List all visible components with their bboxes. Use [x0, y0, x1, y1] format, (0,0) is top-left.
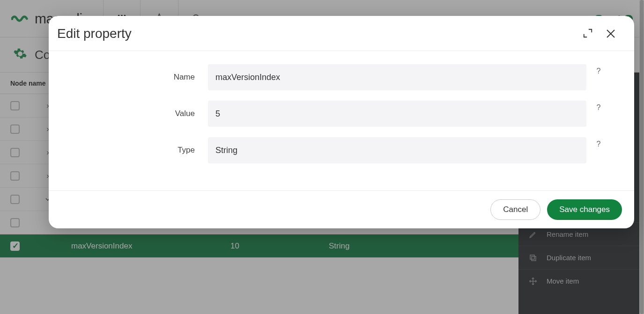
value-label: Value [72, 109, 208, 118]
edit-property-dialog: Edit property Name ? Value ? Type ? Can [49, 16, 634, 228]
field-row-name: Name ? [72, 64, 611, 90]
dialog-footer: Cancel Save changes [49, 190, 634, 228]
type-input[interactable] [208, 137, 586, 163]
field-row-value: Value ? [72, 101, 611, 127]
expand-dialog-button[interactable] [581, 26, 595, 41]
help-icon[interactable]: ? [586, 101, 611, 112]
save-changes-button[interactable]: Save changes [547, 199, 622, 220]
expand-icon [583, 28, 593, 38]
name-input[interactable] [208, 64, 586, 90]
dialog-header: Edit property [49, 16, 634, 51]
cancel-button[interactable]: Cancel [490, 199, 540, 220]
close-dialog-button[interactable] [603, 26, 618, 41]
help-icon[interactable]: ? [586, 64, 611, 75]
name-label: Name [72, 73, 208, 82]
dialog-body: Name ? Value ? Type ? [49, 51, 634, 190]
help-icon[interactable]: ? [586, 137, 611, 148]
dialog-title: Edit property [57, 26, 132, 41]
field-row-type: Type ? [72, 137, 611, 163]
type-label: Type [72, 146, 208, 155]
value-input[interactable] [208, 101, 586, 127]
close-icon [605, 28, 616, 39]
